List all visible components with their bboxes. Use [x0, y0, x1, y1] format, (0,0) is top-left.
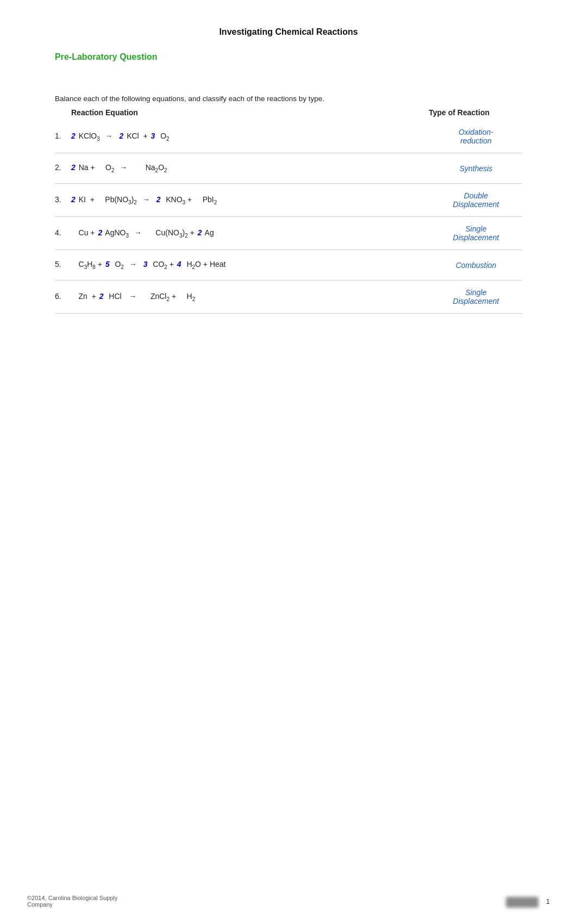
section-title: Pre-Laboratory Question — [55, 52, 522, 62]
table-header: Reaction Equation Type of Reaction — [55, 108, 522, 117]
reaction-type-5: Combustion — [435, 261, 522, 270]
reaction-number-1: 1. — [55, 132, 70, 140]
reaction-formula-4: Cu + 2 AgNO3 → Cu(NO3)2 + 2 Ag — [70, 228, 214, 239]
footer-text: ©2014, Carolina Biological SupplyCompany — [27, 895, 117, 908]
reaction-equation-4: 4. Cu + 2 AgNO3 → Cu(NO3)2 + 2 Ag — [55, 228, 435, 239]
blurred-stamp — [506, 897, 538, 908]
reaction-number-4: 4. — [55, 228, 70, 237]
reaction-type-4: SingleDisplacement — [435, 224, 522, 242]
col-left-header: Reaction Equation — [71, 108, 138, 117]
reaction-row: 4. Cu + 2 AgNO3 → Cu(NO3)2 + 2 AgSingleD… — [55, 217, 522, 250]
reaction-formula-6: Zn + 2 HCl → ZnCl2 + H2 — [70, 292, 195, 302]
reaction-formula-2: 2 Na + O2 → Na2O2 — [70, 163, 167, 173]
page-number: 1 — [506, 897, 550, 908]
reaction-number-6: 6. — [55, 292, 70, 301]
reaction-equation-3: 3.2 KI + Pb(NO3)2 → 2 KNO3 + PbI2 — [55, 195, 435, 205]
reaction-type-6: SingleDisplacement — [435, 288, 522, 305]
reaction-equation-2: 2.2 Na + O2 → Na2O2 — [55, 163, 435, 173]
reaction-row: 6. Zn + 2 HCl → ZnCl2 + H2SingleDisplace… — [55, 280, 522, 314]
reaction-type-3: DoubleDisplacement — [435, 191, 522, 209]
reactions-table: 1.2 KClO3 → 2 KCl + 3 O2Oxidation-reduct… — [55, 120, 522, 314]
reaction-number-5: 5. — [55, 260, 70, 269]
reaction-formula-1: 2 KClO3 → 2 KCl + 3 O2 — [70, 132, 170, 142]
reaction-equation-6: 6. Zn + 2 HCl → ZnCl2 + H2 — [55, 292, 435, 302]
reaction-row: 2.2 Na + O2 → Na2O2Synthesis — [55, 153, 522, 184]
reaction-number-2: 2. — [55, 163, 70, 172]
reaction-type-2: Synthesis — [435, 164, 522, 173]
reaction-formula-3: 2 KI + Pb(NO3)2 → 2 KNO3 + PbI2 — [70, 195, 217, 205]
reaction-row: 3.2 KI + Pb(NO3)2 → 2 KNO3 + PbI2DoubleD… — [55, 184, 522, 217]
col-right-header: Type of Reaction — [429, 108, 490, 117]
reaction-equation-1: 1.2 KClO3 → 2 KCl + 3 O2 — [55, 132, 435, 142]
reaction-row: 1.2 KClO3 → 2 KCl + 3 O2Oxidation-reduct… — [55, 120, 522, 153]
reaction-type-1: Oxidation-reduction — [435, 128, 522, 145]
instructions-text: Balance each of the following equations,… — [55, 95, 522, 103]
reaction-equation-5: 5. C3H8 + 5 O2 → 3 CO2 + 4 H2O + Heat — [55, 260, 435, 270]
main-title: Investigating Chemical Reactions — [55, 27, 522, 37]
reaction-number-3: 3. — [55, 195, 70, 204]
reaction-row: 5. C3H8 + 5 O2 → 3 CO2 + 4 H2O + HeatCom… — [55, 250, 522, 280]
reaction-formula-5: C3H8 + 5 O2 → 3 CO2 + 4 H2O + Heat — [70, 260, 225, 270]
